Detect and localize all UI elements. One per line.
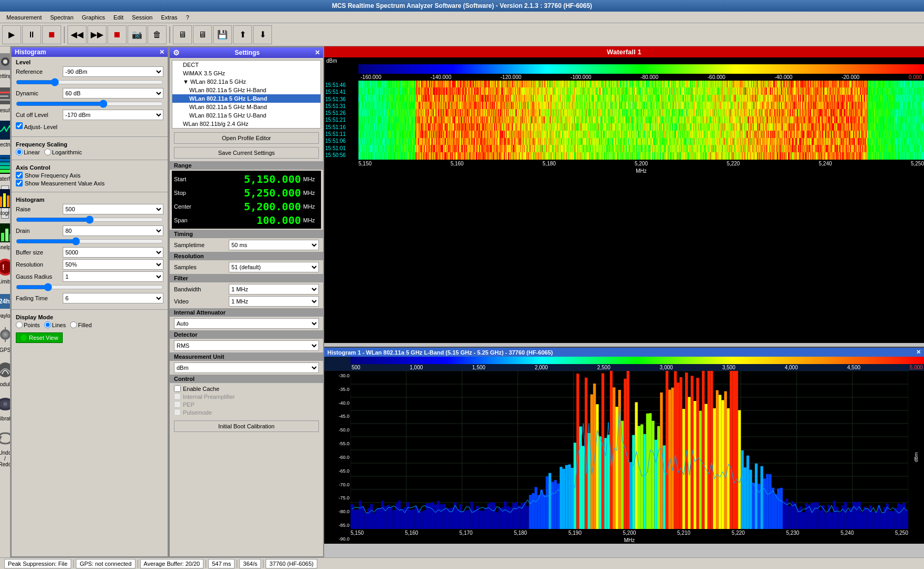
waterfall-xlabel-row: MHz — [324, 168, 924, 174]
adjust-level-checkbox[interactable] — [16, 122, 23, 129]
dynamic-select[interactable]: 60 dB70 dB80 dB — [63, 88, 163, 99]
gauss-select[interactable]: 123 — [63, 271, 163, 282]
sidebar-item-results[interactable]: Results — [1, 83, 9, 116]
lines-radio[interactable] — [44, 321, 51, 328]
status-sep-3 — [206, 560, 206, 568]
points-radio[interactable] — [16, 321, 23, 328]
cutoff-select[interactable]: -170 dBm-160 dBm — [63, 110, 163, 120]
linear-radio[interactable] — [16, 149, 23, 155]
reset-view-button[interactable]: Reset View — [16, 332, 63, 343]
back-button[interactable]: ◀◀ — [67, 25, 86, 44]
record-stop-button[interactable]: ⏹ — [108, 25, 127, 44]
tree-dect[interactable]: DECT — [172, 61, 320, 69]
tree-wimax[interactable]: WiMAX 3.5 GHz — [172, 69, 320, 77]
gps-icon — [0, 325, 11, 346]
menu-session[interactable]: Session — [128, 13, 157, 22]
start-value: 5,150.000 — [206, 173, 301, 185]
sidebar-item-gps[interactable]: GPS — [1, 322, 9, 356]
forward-button[interactable]: ▶▶ — [87, 25, 106, 44]
menu-help[interactable]: ? — [182, 13, 193, 22]
tree-wlan5-hband[interactable]: WLan 802.11a 5 GHz H-Band — [172, 86, 320, 94]
detector-select[interactable]: RMSPeakAverage — [174, 340, 319, 351]
buffer-size-select[interactable]: 5000100010000 — [63, 247, 163, 258]
attenuator-select[interactable]: Auto0 dB10 dB20 dB — [174, 318, 319, 329]
stop-row: Stop 5,250.000 MHz — [174, 187, 319, 199]
sidebar-item-limits[interactable]: ! Limits — [1, 254, 9, 287]
show-freq-axis-checkbox[interactable] — [16, 172, 23, 179]
sidebar-item-channelpower[interactable]: Channelpower — [1, 220, 9, 253]
dynamic-slider[interactable] — [16, 100, 163, 107]
raise-slider[interactable] — [16, 216, 163, 223]
menu-spectran[interactable]: Spectran — [46, 13, 77, 22]
monitor1-button[interactable]: 🖥 — [173, 25, 192, 44]
screenshot-button[interactable]: 📷 — [128, 25, 147, 44]
menu-graphics[interactable]: Graphics — [77, 13, 109, 22]
settings-panel-close[interactable]: ✕ — [315, 49, 320, 56]
histogram-panel-close[interactable]: ✕ — [159, 48, 164, 56]
dynamic-label: Dynamic — [16, 90, 61, 96]
sidebar-item-daylog[interactable]: 24h Daylog — [1, 288, 9, 321]
open-profile-editor-button[interactable]: Open Profile Editor — [174, 132, 319, 144]
video-select[interactable]: 1 MHz3 MHz300 kHz — [229, 296, 319, 307]
sidebar-item-undoredo[interactable]: Undo / Redo — [1, 425, 9, 470]
sidebar-gps-label: GPS — [0, 347, 11, 353]
pep-checkbox[interactable] — [174, 401, 181, 408]
sidebar-item-histogram[interactable]: Histogram — [1, 185, 9, 219]
gauss-label: Gauss Radius — [16, 273, 61, 280]
sidebar-item-waterfall[interactable]: Waterfall — [1, 151, 9, 184]
menu-extras[interactable]: Extras — [157, 13, 181, 22]
monitor2-button[interactable]: 🖥 — [193, 25, 212, 44]
measurement-unit-select[interactable]: dBmdBuVWatt — [174, 362, 319, 373]
download-button[interactable]: ⬇ — [253, 25, 272, 44]
stop-button[interactable]: ⏹ — [42, 25, 61, 44]
delete-button[interactable]: 🗑 — [148, 25, 167, 44]
pulsemode-checkbox[interactable] — [174, 409, 181, 416]
svg-rect-11 — [0, 162, 11, 165]
enable-cache-checkbox[interactable] — [174, 385, 181, 392]
menu-edit[interactable]: Edit — [109, 13, 128, 22]
scale-val-3: -100.000 — [570, 74, 591, 80]
svg-point-32 — [4, 333, 6, 336]
profile-tree: DECT WiMAX 3.5 GHz ▼ WLan 802.11a 5 GHz … — [172, 60, 321, 129]
tree-wlan5[interactable]: ▼ WLan 802.11a 5 GHz — [172, 77, 320, 86]
settings-panel-title: ⚙ Settings ✕ — [170, 47, 323, 58]
menu-measurement[interactable]: Measurement — [2, 13, 46, 22]
hist-xaxis: 5,150 5,160 5,170 5,180 5,190 5,200 5,21… — [351, 529, 908, 537]
sidebar-item-demodulation[interactable]: Demodulation — [1, 357, 9, 390]
drain-slider[interactable] — [16, 238, 163, 245]
reference-slider[interactable] — [16, 79, 163, 86]
samples-select[interactable]: 51 (default)10121 — [229, 262, 319, 272]
sidebar-item-calibration[interactable]: Calibration — [1, 391, 9, 424]
gauss-slider[interactable] — [16, 283, 163, 291]
sidebar-item-spectrum[interactable]: Spectrum — [1, 117, 9, 150]
show-meas-axis-checkbox[interactable] — [16, 180, 23, 187]
filled-radio[interactable] — [70, 321, 77, 328]
tree-wlan5-uband[interactable]: WLan 802.11a 5 GHz U-Band — [172, 111, 320, 120]
reference-select[interactable]: -90 dBm-80 dBm-70 dBm — [63, 66, 163, 77]
resolution-label: Resolution — [16, 261, 61, 268]
upload-button[interactable]: ⬆ — [233, 25, 252, 44]
scale-val-1: -140.000 — [431, 74, 451, 80]
sidebar-item-settings[interactable]: Settings — [1, 48, 9, 82]
save-button[interactable]: 💾 — [213, 25, 232, 44]
pause-button[interactable]: ⏸ — [22, 25, 41, 44]
detector-section-title: Detector — [170, 330, 323, 339]
drain-select[interactable]: 8040160 — [63, 225, 163, 236]
sampletime-select[interactable]: 50 ms100 ms10 ms — [229, 240, 319, 250]
internal-preamp-checkbox[interactable] — [174, 393, 181, 400]
tree-wlan24[interactable]: WLan 802.11b/g 2.4 GHz — [172, 120, 320, 128]
hist-cs-spacer — [324, 357, 351, 371]
tree-wlan5-lband[interactable]: WLan 802.11a 5 GHz L-Band — [172, 94, 320, 103]
resolution-select[interactable]: 50%25%100% — [63, 259, 163, 270]
save-current-settings-button[interactable]: Save Current Settings — [174, 147, 319, 159]
colorscale-dbm-label: dBm — [326, 58, 337, 64]
raise-select[interactable]: 5002501000 — [63, 204, 163, 214]
histogram-chart-close[interactable]: ✕ — [916, 349, 921, 356]
logarithmic-radio[interactable] — [44, 149, 51, 155]
bandwidth-select[interactable]: 1 MHz3 MHz300 kHz — [229, 284, 319, 295]
tree-wlan5-mband[interactable]: WLan 802.11a 5 GHz M-Band — [172, 103, 320, 111]
initial-boot-calibration-button[interactable]: Initial Boot Calibration — [174, 420, 319, 432]
fading-time-select[interactable]: 6312 — [63, 293, 163, 303]
adjust-level-label: Adjust- Level — [24, 124, 57, 130]
play-button[interactable]: ▶ — [2, 25, 21, 44]
